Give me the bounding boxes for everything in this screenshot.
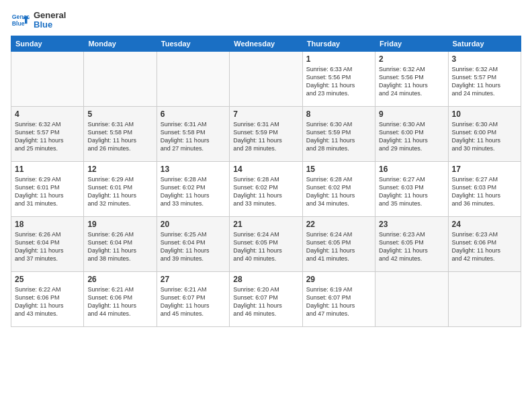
day-cell: 25Sunrise: 6:22 AM Sunset: 6:06 PM Dayli… [11, 271, 84, 326]
day-cell: 11Sunrise: 6:29 AM Sunset: 6:01 PM Dayli… [11, 161, 84, 216]
day-cell: 24Sunrise: 6:23 AM Sunset: 6:06 PM Dayli… [448, 216, 521, 271]
day-info: Sunrise: 6:32 AM Sunset: 5:57 PM Dayligh… [15, 120, 80, 153]
day-cell: 5Sunrise: 6:31 AM Sunset: 5:58 PM Daylig… [84, 106, 157, 161]
day-cell: 4Sunrise: 6:32 AM Sunset: 5:57 PM Daylig… [11, 106, 84, 161]
day-cell: 16Sunrise: 6:27 AM Sunset: 6:03 PM Dayli… [375, 161, 448, 216]
day-info: Sunrise: 6:23 AM Sunset: 6:05 PM Dayligh… [379, 230, 444, 263]
day-cell [375, 271, 448, 326]
day-info: Sunrise: 6:30 AM Sunset: 5:59 PM Dayligh… [306, 120, 371, 153]
week-row-4: 18Sunrise: 6:26 AM Sunset: 6:04 PM Dayli… [11, 216, 521, 271]
day-cell: 28Sunrise: 6:20 AM Sunset: 6:07 PM Dayli… [230, 271, 302, 326]
day-info: Sunrise: 6:28 AM Sunset: 6:02 PM Dayligh… [161, 175, 226, 208]
day-number: 16 [379, 165, 444, 174]
day-info: Sunrise: 6:25 AM Sunset: 6:04 PM Dayligh… [161, 230, 226, 263]
day-info: Sunrise: 6:33 AM Sunset: 5:56 PM Dayligh… [306, 65, 371, 98]
logo-line2: Blue [34, 20, 66, 30]
day-cell: 1Sunrise: 6:33 AM Sunset: 5:56 PM Daylig… [302, 51, 375, 106]
day-number: 29 [306, 275, 371, 284]
day-number: 14 [233, 165, 298, 174]
day-cell: 10Sunrise: 6:30 AM Sunset: 6:00 PM Dayli… [448, 106, 521, 161]
calendar-header: SundayMondayTuesdayWednesdayThursdayFrid… [11, 36, 521, 51]
day-cell: 27Sunrise: 6:21 AM Sunset: 6:07 PM Dayli… [157, 271, 229, 326]
day-info: Sunrise: 6:24 AM Sunset: 6:05 PM Dayligh… [306, 230, 371, 263]
day-number: 23 [379, 220, 444, 229]
day-cell: 14Sunrise: 6:28 AM Sunset: 6:02 PM Dayli… [230, 161, 302, 216]
day-cell [230, 51, 302, 106]
day-cell: 12Sunrise: 6:29 AM Sunset: 6:01 PM Dayli… [84, 161, 157, 216]
day-info: Sunrise: 6:27 AM Sunset: 6:03 PM Dayligh… [379, 175, 444, 208]
day-number: 19 [87, 220, 152, 229]
day-number: 3 [452, 54, 517, 64]
col-header-saturday: Saturday [448, 36, 521, 51]
day-number: 17 [452, 165, 517, 174]
day-info: Sunrise: 6:20 AM Sunset: 6:07 PM Dayligh… [233, 285, 298, 318]
day-info: Sunrise: 6:26 AM Sunset: 6:04 PM Dayligh… [15, 230, 80, 263]
day-cell [84, 51, 157, 106]
svg-text:Blue: Blue [12, 20, 25, 27]
day-number: 20 [161, 220, 226, 229]
col-header-sunday: Sunday [11, 36, 84, 51]
week-row-3: 11Sunrise: 6:29 AM Sunset: 6:01 PM Dayli… [11, 161, 521, 216]
day-info: Sunrise: 6:26 AM Sunset: 6:04 PM Dayligh… [87, 230, 152, 263]
week-row-1: 1Sunrise: 6:33 AM Sunset: 5:56 PM Daylig… [11, 51, 521, 106]
day-number: 5 [87, 109, 152, 119]
col-header-monday: Monday [84, 36, 157, 51]
calendar-table: SundayMondayTuesdayWednesdayThursdayFrid… [11, 36, 521, 327]
day-cell [448, 271, 521, 326]
day-number: 22 [306, 220, 371, 229]
day-cell: 29Sunrise: 6:19 AM Sunset: 6:07 PM Dayli… [302, 271, 375, 326]
day-cell: 21Sunrise: 6:24 AM Sunset: 6:05 PM Dayli… [230, 216, 302, 271]
day-info: Sunrise: 6:21 AM Sunset: 6:06 PM Dayligh… [87, 285, 152, 318]
col-header-tuesday: Tuesday [157, 36, 229, 51]
day-cell: 6Sunrise: 6:31 AM Sunset: 5:58 PM Daylig… [157, 106, 229, 161]
day-info: Sunrise: 6:29 AM Sunset: 6:01 PM Dayligh… [87, 175, 152, 208]
day-number: 7 [233, 109, 298, 119]
day-info: Sunrise: 6:28 AM Sunset: 6:02 PM Dayligh… [306, 175, 371, 208]
day-info: Sunrise: 6:29 AM Sunset: 6:01 PM Dayligh… [15, 175, 80, 208]
week-row-2: 4Sunrise: 6:32 AM Sunset: 5:57 PM Daylig… [11, 106, 521, 161]
day-cell: 26Sunrise: 6:21 AM Sunset: 6:06 PM Dayli… [84, 271, 157, 326]
day-number: 18 [15, 220, 80, 229]
day-number: 8 [306, 109, 371, 119]
day-number: 6 [161, 109, 226, 119]
week-row-5: 25Sunrise: 6:22 AM Sunset: 6:06 PM Dayli… [11, 271, 521, 326]
day-number: 24 [452, 220, 517, 229]
day-cell: 8Sunrise: 6:30 AM Sunset: 5:59 PM Daylig… [302, 106, 375, 161]
day-info: Sunrise: 6:32 AM Sunset: 5:56 PM Dayligh… [379, 65, 444, 98]
col-header-thursday: Thursday [302, 36, 375, 51]
day-cell [11, 51, 84, 106]
day-cell [157, 51, 229, 106]
day-number: 15 [306, 165, 371, 174]
day-info: Sunrise: 6:30 AM Sunset: 6:00 PM Dayligh… [379, 120, 444, 153]
header: General Blue General Blue [11, 11, 521, 30]
day-number: 27 [161, 275, 226, 284]
logo: General Blue General Blue [11, 11, 66, 30]
day-number: 25 [15, 275, 80, 284]
day-number: 9 [379, 109, 444, 119]
day-info: Sunrise: 6:24 AM Sunset: 6:05 PM Dayligh… [233, 230, 298, 263]
day-cell: 20Sunrise: 6:25 AM Sunset: 6:04 PM Dayli… [157, 216, 229, 271]
page: General Blue General Blue SundayMondayTu… [0, 0, 532, 411]
day-cell: 2Sunrise: 6:32 AM Sunset: 5:56 PM Daylig… [375, 51, 448, 106]
day-cell: 7Sunrise: 6:31 AM Sunset: 5:59 PM Daylig… [230, 106, 302, 161]
day-number: 26 [87, 275, 152, 284]
day-info: Sunrise: 6:31 AM Sunset: 5:59 PM Dayligh… [233, 120, 298, 153]
day-info: Sunrise: 6:32 AM Sunset: 5:57 PM Dayligh… [452, 65, 517, 98]
calendar-body: 1Sunrise: 6:33 AM Sunset: 5:56 PM Daylig… [11, 51, 521, 326]
day-info: Sunrise: 6:31 AM Sunset: 5:58 PM Dayligh… [87, 120, 152, 153]
day-info: Sunrise: 6:28 AM Sunset: 6:02 PM Dayligh… [233, 175, 298, 208]
day-cell: 3Sunrise: 6:32 AM Sunset: 5:57 PM Daylig… [448, 51, 521, 106]
day-cell: 13Sunrise: 6:28 AM Sunset: 6:02 PM Dayli… [157, 161, 229, 216]
day-number: 21 [233, 220, 298, 229]
day-number: 4 [15, 109, 80, 119]
day-number: 1 [306, 54, 371, 64]
day-number: 2 [379, 54, 444, 64]
day-cell: 15Sunrise: 6:28 AM Sunset: 6:02 PM Dayli… [302, 161, 375, 216]
day-info: Sunrise: 6:31 AM Sunset: 5:58 PM Dayligh… [161, 120, 226, 153]
day-cell: 18Sunrise: 6:26 AM Sunset: 6:04 PM Dayli… [11, 216, 84, 271]
day-info: Sunrise: 6:23 AM Sunset: 6:06 PM Dayligh… [452, 230, 517, 263]
day-info: Sunrise: 6:22 AM Sunset: 6:06 PM Dayligh… [15, 285, 80, 318]
logo-icon: General Blue [11, 11, 30, 30]
logo-line1: General [34, 11, 66, 20]
header-row: SundayMondayTuesdayWednesdayThursdayFrid… [11, 36, 521, 51]
